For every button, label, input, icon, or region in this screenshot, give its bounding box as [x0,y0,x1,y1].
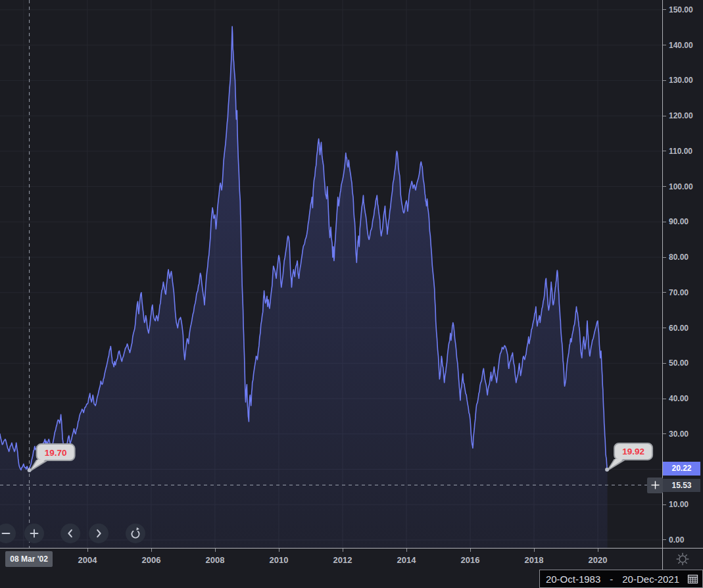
price-tick [663,399,666,399]
pan-right-button[interactable] [89,524,109,543]
price-tick [663,539,666,540]
plus-icon [28,527,41,540]
year-tick-label: 2014 [397,555,416,565]
price-tick-label: 90.00 [669,216,689,227]
calendar-icon[interactable] [687,574,698,584]
price-tick-label: 40.00 [669,393,689,404]
date-range-selector[interactable]: 20-Oct-1983 - 20-Dec-2021 [539,570,703,588]
reset-view-button[interactable] [126,524,145,543]
zoom-in-button[interactable] [24,524,44,543]
chart-plot-area[interactable]: 19.7019.92 [0,0,662,548]
chevron-left-icon [64,527,77,540]
callout-anchor-dot [28,468,32,472]
minus-icon [0,527,12,540]
crosshair-plus-button[interactable] [647,478,663,493]
price-tick [663,363,666,364]
range-separator: - [610,574,613,585]
year-tick [406,549,407,552]
price-tick [663,433,666,434]
price-chart-svg: 19.7019.92 [0,0,662,548]
year-tick [343,549,343,552]
price-tick-label: 150.00 [669,5,693,15]
year-tick [470,549,471,552]
callout-anchor-dot [605,468,609,472]
price-tick [663,292,666,293]
price-tick [663,328,666,328]
pan-left-button[interactable] [61,524,80,543]
year-tick-label: 2006 [141,555,160,565]
price-tick [663,45,666,45]
price-tick-label: 140.00 [669,40,693,51]
price-series [0,26,608,548]
trading-chart-app: { "chart_data": { "type": "area", "title… [0,0,703,588]
sun-icon [675,552,690,566]
price-tick-label: 80.00 [669,252,689,262]
price-area [0,26,608,548]
last-price-chip: 20.22 [663,462,700,476]
price-tick [663,9,666,10]
crosshair-price-chip: 15.53 [663,479,700,492]
price-tick [663,222,666,222]
price-tick [663,504,666,505]
low-price-callout: 19.92 [605,443,652,472]
price-tick-label: 110.00 [669,146,692,157]
year-tick-label: 2016 [461,555,480,565]
reset-arrow-icon [129,527,142,540]
price-tick-label: 70.00 [669,287,689,298]
price-tick-label: 100.00 [669,182,693,192]
price-tick-label: 60.00 [669,323,689,333]
price-tick-label: 120.00 [669,110,693,121]
crosshair-date-chip: 08 Mar '02 [5,551,53,567]
price-tick-label: 30.00 [669,429,689,439]
price-tick-label: 130.00 [669,75,693,86]
year-tick [598,549,598,552]
year-tick-label: 2018 [525,555,544,565]
price-tick-label: 0.00 [669,535,684,545]
price-tick-label: 10.00 [669,499,689,510]
plus-icon [651,481,660,489]
price-tick [663,257,666,258]
price-tick-label: 50.00 [669,358,689,368]
callout-value: 19.70 [45,448,67,458]
year-tick [279,549,279,552]
price-tick [663,116,666,116]
year-tick [87,549,88,552]
year-tick [534,549,535,552]
year-tick [151,549,152,552]
price-tick [663,80,666,81]
year-tick-label: 2010 [269,555,288,565]
year-tick-label: 2012 [333,555,352,565]
chevron-right-icon [92,527,105,540]
theme-toggle-button[interactable] [675,552,690,566]
price-tick [663,151,666,151]
callout-value: 19.92 [622,447,644,456]
year-tick-label: 2020 [589,555,608,565]
price-tick [663,186,666,187]
price-axis[interactable]: 20.22 15.53 150.00140.00130.00120.00110.… [662,0,703,548]
range-from-date: 20-Oct-1983 [546,574,600,585]
year-tick-label: 2004 [78,555,97,565]
range-to-date: 20-Dec-2021 [622,574,679,585]
year-tick-label: 2008 [205,555,224,565]
year-tick [215,549,216,552]
